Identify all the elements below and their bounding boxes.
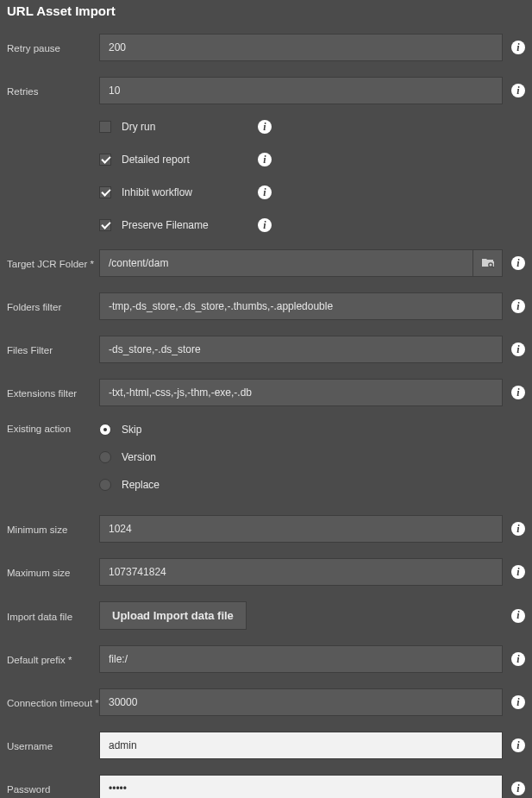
info-icon[interactable] (258, 153, 272, 167)
radio-skip[interactable] (99, 424, 111, 436)
info-icon[interactable] (511, 386, 525, 399)
label-retry-pause: Retry pause (7, 41, 99, 53)
info-icon[interactable] (258, 185, 272, 199)
radio-version[interactable] (99, 451, 111, 463)
existing-action-radio-group: Skip Version Replace (99, 422, 525, 506)
label-existing-action: Existing action (7, 422, 99, 434)
info-icon[interactable] (258, 120, 272, 134)
info-icon[interactable] (511, 342, 525, 356)
radio-version-label: Version (122, 451, 156, 463)
row-detailed-report: Detailed report (7, 153, 525, 167)
row-default-prefix: Default prefix * (7, 645, 525, 673)
label-password: Password (7, 782, 99, 795)
connection-timeout-input[interactable] (99, 688, 503, 716)
retries-input[interactable] (99, 77, 503, 104)
max-size-input[interactable] (99, 558, 503, 586)
label-default-prefix: Default prefix * (7, 653, 99, 665)
info-icon[interactable] (511, 695, 525, 709)
preserve-filename-label: Preserve Filename (122, 219, 209, 231)
info-icon[interactable] (258, 218, 272, 232)
label-connection-timeout: Connection timeout * (7, 696, 99, 708)
browse-button[interactable] (473, 249, 503, 277)
detailed-report-label: Detailed report (122, 154, 190, 166)
info-icon[interactable] (511, 299, 525, 313)
files-filter-input[interactable] (99, 336, 503, 363)
radio-skip-label: Skip (122, 424, 141, 436)
label-import-file: Import data file (7, 610, 99, 622)
folders-filter-input[interactable] (99, 292, 503, 320)
dry-run-label: Dry run (122, 121, 155, 133)
retry-pause-input[interactable] (99, 34, 503, 61)
row-dry-run: Dry run (7, 120, 525, 134)
label-username: Username (7, 739, 99, 751)
label-extensions-filter: Extensions filter (7, 386, 99, 399)
label-folders-filter: Folders filter (7, 300, 99, 312)
default-prefix-input[interactable] (99, 645, 503, 673)
row-folders-filter: Folders filter (7, 292, 525, 320)
row-import-file: Import data file Upload Import data file (7, 601, 525, 630)
info-icon[interactable] (511, 782, 525, 795)
info-icon[interactable] (511, 41, 525, 54)
label-files-filter: Files Filter (7, 343, 99, 355)
row-max-size: Maximum size (7, 558, 525, 586)
info-icon[interactable] (511, 256, 525, 270)
upload-import-button[interactable]: Upload Import data file (99, 601, 247, 630)
label-min-size: Minimum size (7, 523, 99, 535)
row-target-folder: Target JCR Folder * (7, 249, 525, 277)
folder-search-icon (481, 256, 495, 270)
inhibit-workflow-checkbox[interactable] (99, 186, 111, 198)
info-icon[interactable] (511, 84, 525, 97)
password-input[interactable] (99, 775, 503, 798)
row-retry-pause: Retry pause (7, 34, 525, 61)
min-size-input[interactable] (99, 515, 503, 543)
row-min-size: Minimum size (7, 515, 525, 543)
extensions-filter-input[interactable] (99, 379, 503, 406)
row-connection-timeout: Connection timeout * (7, 688, 525, 716)
info-icon[interactable] (511, 652, 525, 666)
row-inhibit-workflow: Inhibit workflow (7, 185, 525, 199)
inhibit-workflow-label: Inhibit workflow (122, 186, 192, 198)
row-extensions-filter: Extensions filter (7, 379, 525, 406)
target-folder-input[interactable] (99, 249, 473, 277)
row-files-filter: Files Filter (7, 336, 525, 363)
row-password: Password (7, 775, 525, 798)
info-icon[interactable] (511, 565, 525, 579)
detailed-report-checkbox[interactable] (99, 154, 111, 166)
label-target-folder: Target JCR Folder * (7, 257, 99, 269)
info-icon[interactable] (511, 522, 525, 536)
username-input[interactable] (99, 732, 503, 759)
info-icon[interactable] (511, 738, 525, 752)
row-username: Username (7, 732, 525, 759)
preserve-filename-checkbox[interactable] (99, 219, 111, 231)
dry-run-checkbox[interactable] (99, 121, 111, 133)
row-preserve-filename: Preserve Filename (7, 218, 525, 232)
info-icon[interactable] (511, 609, 525, 623)
label-retries: Retries (7, 85, 99, 97)
radio-replace[interactable] (99, 479, 111, 491)
label-max-size: Maximum size (7, 566, 99, 578)
radio-replace-label: Replace (122, 479, 160, 491)
row-retries: Retries (7, 77, 525, 104)
row-existing-action: Existing action Skip Version Replace (7, 422, 525, 506)
page-title: URL Asset Import (7, 3, 525, 18)
